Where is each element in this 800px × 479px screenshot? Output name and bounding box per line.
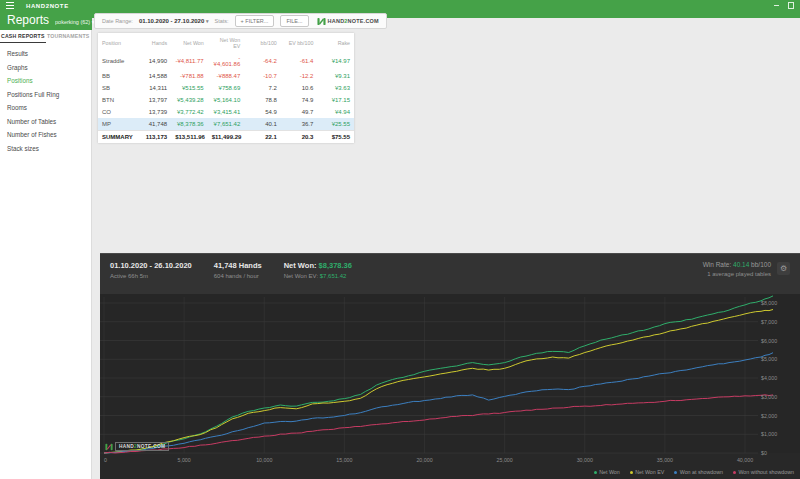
col-header-hands[interactable]: Hands xyxy=(135,33,172,52)
y-tick-label: $1,000 xyxy=(761,431,777,437)
table-row-sb[interactable]: SB14,311¥515.55¥758.697.210.6¥3.63 xyxy=(98,82,354,94)
account-dropdown[interactable]: pokerking (62) ▾ xyxy=(55,19,94,25)
sidebar-item-positions-full-ring[interactable]: Positions Full Ring xyxy=(0,88,91,102)
maximize-icon[interactable] xyxy=(788,2,795,9)
y-tick-label: $0 xyxy=(761,450,767,456)
tab-tournaments[interactable]: TOURNAMENTS xyxy=(46,30,92,43)
table-row-straddle[interactable]: Straddle14,990-¥4,811.77-¥4,601.86-64.2-… xyxy=(98,52,354,70)
cell-co-hands: 13,739 xyxy=(135,106,172,118)
graph-date-range: 01.10.2020 - 26.10.2020 xyxy=(110,261,192,270)
cell-summary-rake: $75.55 xyxy=(317,131,354,144)
graph-active-time: Active 66h 5m xyxy=(110,273,192,279)
col-header-position[interactable]: Position xyxy=(98,33,135,52)
legend-dot xyxy=(630,471,633,474)
legend-item-net-won-ev[interactable]: Net Won EV xyxy=(630,469,665,475)
avg-tables: 1 average played tables xyxy=(703,271,771,277)
cell-bb-rake: ¥9.31 xyxy=(317,70,354,82)
series-net-won-ev xyxy=(104,310,773,454)
cell-bb-position: BB xyxy=(98,70,135,82)
cell-co-position: CO xyxy=(98,106,135,118)
sidebar-item-number-of-fishes[interactable]: Number of Fishes xyxy=(0,128,91,142)
cell-btn-position: BTN xyxy=(98,94,135,106)
date-range-selector[interactable]: 01.10.2020 - 27.10.2020 ▾ xyxy=(139,18,209,24)
cell-sb-bb-100: 7.2 xyxy=(244,82,281,94)
gear-icon[interactable]: ⚙ xyxy=(777,262,790,275)
brand-text: HAND2NOTE.COM xyxy=(328,18,379,24)
cell-btn-bb-100: 78.8 xyxy=(244,94,281,106)
tab-cash-reports[interactable]: CASH REPORTS xyxy=(0,30,46,43)
cell-mp-ev-bb-100: 36.7 xyxy=(281,118,318,131)
cell-summary-net-won: $13,511.96 xyxy=(171,131,208,144)
table-row-summary[interactable]: SUMMARY113,173$13,511.96$11,499.2922.120… xyxy=(98,131,354,144)
graph-date-block: 01.10.2020 - 26.10.2020 Active 66h 5m xyxy=(110,261,192,294)
legend-dot xyxy=(594,471,597,474)
sidebar-tabs: CASH REPORTSTOURNAMENTS xyxy=(0,30,91,43)
sidebar-item-number-of-tables[interactable]: Number of Tables xyxy=(0,115,91,129)
x-tick-label: 5,000 xyxy=(177,457,190,463)
graph-header: 01.10.2020 - 26.10.2020 Active 66h 5m 41… xyxy=(100,254,800,294)
hand2note-logo-icon xyxy=(317,17,326,26)
y-tick-label: $8,000 xyxy=(761,300,777,306)
legend-dot xyxy=(674,471,677,474)
cell-sb-net-won: ¥515.55 xyxy=(171,82,208,94)
win-rate-label: Win Rate: xyxy=(703,261,732,268)
cell-btn-net-won-ev: ¥5,164.10 xyxy=(208,94,245,106)
legend-item-net-won[interactable]: Net Won xyxy=(594,469,620,475)
legend-dot xyxy=(733,471,736,474)
cell-mp-net-won-ev: ¥7,651.42 xyxy=(208,118,245,131)
app-title: HAND2NOTE xyxy=(26,3,69,9)
cell-summary-hands: 113,173 xyxy=(135,131,172,144)
date-range-label: Date Range: xyxy=(102,18,133,24)
cell-btn-ev-bb-100: 74.9 xyxy=(281,94,318,106)
cell-straddle-hands: 14,990 xyxy=(135,52,172,70)
cell-co-net-won-ev: ¥3,415.41 xyxy=(208,106,245,118)
col-header-rake[interactable]: Rake xyxy=(317,33,354,52)
sidebar-item-results[interactable]: Results xyxy=(0,47,91,61)
sidebar-item-graphs[interactable]: Graphs xyxy=(0,61,91,75)
col-header-net-won-ev[interactable]: Net Won EV xyxy=(208,33,245,52)
cell-sb-position: SB xyxy=(98,82,135,94)
table-header-row: PositionHandsNet WonNet Won EVbb/100EV b… xyxy=(98,33,354,52)
y-tick-label: $3,000 xyxy=(761,394,777,400)
table-row-co[interactable]: CO13,739¥3,772.42¥3,415.4154.949.7¥4.94 xyxy=(98,106,354,118)
win-rate-value: 40.14 xyxy=(733,261,749,268)
y-tick-label: $2,000 xyxy=(761,413,777,419)
col-header-net-won[interactable]: Net Won xyxy=(171,33,208,52)
col-header-ev-bb-100[interactable]: EV bb/100 xyxy=(281,33,318,52)
y-tick-label: $5,000 xyxy=(761,356,777,362)
legend-item-won-without-showdown[interactable]: Won without showdown xyxy=(733,469,794,475)
graph-hands-per-hour: 604 hands / hour xyxy=(214,273,262,279)
cell-sb-hands: 14,311 xyxy=(135,82,172,94)
sidebar-item-rooms[interactable]: Rooms xyxy=(0,101,91,115)
chart-legend: Net WonNet Won EVWon at showdownWon with… xyxy=(594,469,794,475)
table-row-btn[interactable]: BTN13,797¥5,439.28¥5,164.1078.874.9¥17.1… xyxy=(98,94,354,106)
graph-hands-block: 41,748 Hands 604 hands / hour xyxy=(214,261,262,294)
legend-label: Won at showdown xyxy=(680,469,723,475)
col-header-bb-100[interactable]: bb/100 xyxy=(244,33,281,52)
hamburger-icon[interactable] xyxy=(6,2,14,9)
cell-summary-bb-100: 22.1 xyxy=(244,131,281,144)
table-row-bb[interactable]: BB14,588-¥781.88-¥888.47-10.7-12.2¥9.31 xyxy=(98,70,354,82)
filter-button[interactable]: + FILTER... xyxy=(235,15,275,27)
net-won-value: $8,378.36 xyxy=(319,261,352,270)
series-won-without-showdown xyxy=(104,395,773,453)
x-tick-label: 40,000 xyxy=(737,457,753,463)
x-tick-label: 30,000 xyxy=(577,457,593,463)
chevron-down-icon: ▾ xyxy=(206,18,209,24)
net-won-ev-label: Net Won EV: xyxy=(284,273,318,279)
legend-label: Won without showdown xyxy=(738,469,794,475)
x-tick-label: 20,000 xyxy=(416,457,432,463)
file-button[interactable]: FILE... xyxy=(280,15,308,27)
cell-straddle-ev-bb-100: -61.4 xyxy=(281,52,318,70)
graph-hands: 41,748 Hands xyxy=(214,261,262,270)
table-row-mp[interactable]: MP41,748¥8,378.36¥7,651.4240.136.7¥25.55 xyxy=(98,118,354,131)
table-body: Straddle14,990-¥4,811.77-¥4,601.86-64.2-… xyxy=(98,52,354,143)
sidebar-item-positions[interactable]: Positions xyxy=(0,74,91,88)
minimize-icon[interactable] xyxy=(774,5,779,6)
cell-summary-ev-bb-100: 20.3 xyxy=(281,131,318,144)
x-tick-label: 0 xyxy=(104,457,107,463)
legend-label: Net Won EV xyxy=(635,469,664,475)
sidebar-item-stack-sizes[interactable]: Stack sizes xyxy=(0,142,91,156)
watermark-text: HAND2NOTE.COM xyxy=(115,442,169,451)
legend-item-won-at-showdown[interactable]: Won at showdown xyxy=(674,469,723,475)
